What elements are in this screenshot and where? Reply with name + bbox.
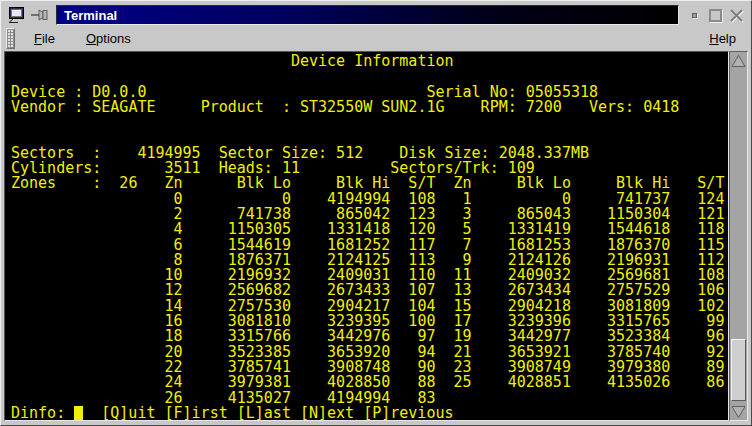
window-menu-button[interactable] <box>6 6 28 24</box>
titlebar: Terminal <box>4 3 748 26</box>
terminal-window: Terminal File Options Help Device Inform… <box>0 0 752 426</box>
minimize-button[interactable] <box>685 6 704 25</box>
scroll-up-button[interactable] <box>730 52 747 69</box>
terminal-area: Device InformationDevice : D0.0.0 Serial… <box>4 51 748 421</box>
scrollbar <box>729 51 748 421</box>
terminal-line <box>11 115 728 130</box>
scroll-up-icon <box>731 54 746 68</box>
terminal-screen[interactable]: Device InformationDevice : D0.0.0 Serial… <box>4 51 729 421</box>
terminal-line: Device Information <box>11 54 728 69</box>
menu-help[interactable]: Help <box>707 29 738 48</box>
scrollbar-thumb[interactable] <box>731 339 746 401</box>
sticky-pin-icon[interactable] <box>30 6 52 24</box>
titlebar-drag-area[interactable]: Terminal <box>56 5 679 25</box>
scrollbar-trough[interactable] <box>730 69 747 403</box>
close-button[interactable] <box>727 6 746 25</box>
prompt-options: [Q]uit [F]irst [L]ast [N]ext [P]revious <box>83 404 453 421</box>
scroll-down-icon <box>731 405 746 419</box>
terminal-output: Device InformationDevice : D0.0.0 Serial… <box>11 54 728 406</box>
terminal-icon <box>8 7 26 23</box>
close-icon <box>729 8 744 23</box>
prompt-line: Dinfo: [Q]uit [F]irst [L]ast [N]ext [P]r… <box>11 406 728 421</box>
terminal-cursor <box>74 406 83 420</box>
maximize-button[interactable] <box>706 6 725 25</box>
window-title: Terminal <box>64 9 117 22</box>
terminal-line: Vendor : SEAGATE Product : ST32550W SUN2… <box>11 100 728 115</box>
menu-file[interactable]: File <box>32 29 57 48</box>
menubar: File Options Help <box>4 26 748 51</box>
prompt-label: Dinfo: <box>11 404 74 421</box>
scroll-down-button[interactable] <box>730 403 747 420</box>
maximize-icon <box>709 9 722 22</box>
minimize-icon <box>692 13 697 18</box>
menubar-gripper[interactable] <box>6 28 15 49</box>
menu-options[interactable]: Options <box>84 29 133 48</box>
